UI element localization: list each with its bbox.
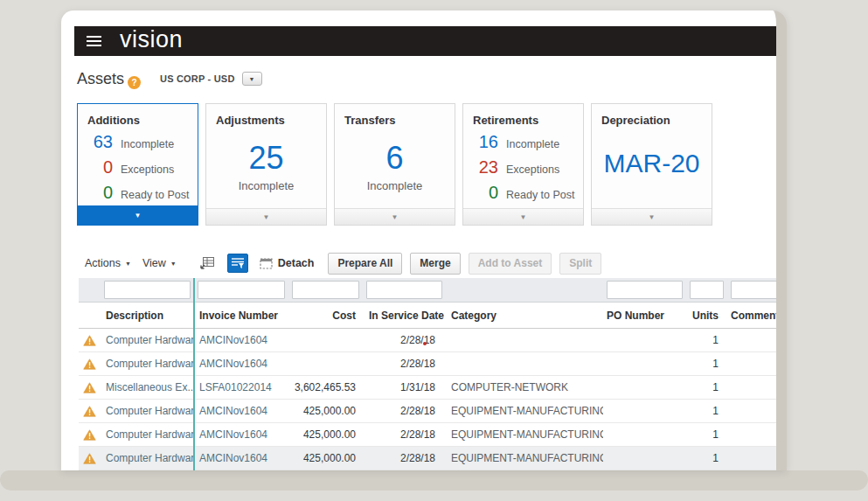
- freeze-columns-icon[interactable]: [199, 256, 215, 270]
- card-title: Transfers: [344, 114, 396, 127]
- cell-cost: 425,000.00: [288, 452, 363, 464]
- cell-in-service-date: 2/28/18: [363, 405, 446, 417]
- table-row[interactable]: Computer Hardware AMCINov1604 2/28/18 1: [79, 352, 787, 376]
- card-depreciation[interactable]: Depreciation MAR-20: [591, 103, 712, 226]
- merge-button[interactable]: Merge: [410, 253, 460, 275]
- card-title: Additions: [87, 114, 140, 127]
- column-header-po-number[interactable]: PO Number: [603, 310, 686, 322]
- table-row[interactable]: Miscellaneous Ex... LSFA01022014 3,602,4…: [79, 376, 787, 400]
- stat-value: 16: [463, 132, 498, 152]
- warning-icon: [83, 382, 96, 393]
- cell-description[interactable]: Computer Hardware: [101, 334, 194, 346]
- stat-value: 63: [78, 132, 113, 152]
- card-retirements[interactable]: Retirements 16 Incomplete 23 Exceptions …: [462, 103, 584, 226]
- cell-description[interactable]: Computer Hardware: [101, 358, 194, 370]
- stat-value: 0: [463, 183, 498, 203]
- stat-label: Incomplete: [506, 138, 559, 150]
- business-unit-dropdown[interactable]: [242, 72, 262, 86]
- filter-input-po-number[interactable]: [607, 281, 683, 299]
- card-big-value: 6: [335, 141, 455, 176]
- split-button: Split: [559, 253, 601, 275]
- column-header-units[interactable]: Units: [686, 310, 727, 322]
- app-logo-vision: vision: [120, 28, 183, 52]
- table-row[interactable]: Computer Hardware AMCINov1604 2/28/18 1: [79, 329, 787, 352]
- stat-exceptions: 23 Exceptions: [463, 157, 583, 183]
- cell-description[interactable]: Computer Hardware: [101, 405, 194, 417]
- stat-ready-to-post: 0 Ready to Post: [78, 183, 198, 208]
- stat-exceptions: 0 Exceptions: [78, 157, 198, 183]
- cell-invoice-number: LSFA01022014: [194, 381, 288, 393]
- cell-in-service-date: 2/28/18: [363, 428, 446, 441]
- cell-units: 1: [686, 334, 727, 346]
- view-menu-label: View: [142, 257, 166, 269]
- cell-units: 1: [686, 452, 727, 464]
- assets-table: Description Invoice Number Cost In Servi…: [79, 278, 787, 470]
- cell-description[interactable]: Computer Hardware: [101, 452, 194, 464]
- card-transfers[interactable]: Transfers 6 Incomplete: [334, 103, 455, 226]
- card-title: Depreciation: [601, 114, 670, 127]
- prepare-all-button[interactable]: Prepare All: [328, 253, 402, 275]
- card-adjustments[interactable]: Adjustments 25 Incomplete: [205, 103, 327, 226]
- card-expand-arrow[interactable]: [592, 208, 712, 225]
- laptop-screen: vision Assets US CORP - USD Additions 63…: [61, 10, 787, 470]
- infotile-cards-row: Additions 63 Incomplete 0 Exceptions 0 R…: [77, 103, 712, 226]
- table-toolbar: Actions View: [79, 250, 787, 276]
- cell-description[interactable]: Miscellaneous Ex...: [101, 381, 194, 393]
- cell-invoice-number: AMCINov1604: [194, 334, 288, 346]
- card-expand-arrow[interactable]: [206, 208, 326, 225]
- detach-label: Detach: [278, 257, 315, 269]
- query-by-example-filter-icon[interactable]: [227, 254, 248, 273]
- cell-category: COMPUTER-NETWORK: [446, 381, 603, 393]
- help-icon[interactable]: [128, 76, 141, 89]
- cell-category: EQUIPMENT-MANUFACTURING: [446, 452, 603, 464]
- card-big-value: MAR-20: [592, 141, 712, 186]
- cell-units: 1: [686, 428, 727, 441]
- card-expand-arrow[interactable]: [78, 205, 198, 225]
- stat-label: Ready to Post: [121, 189, 190, 201]
- filter-input-units[interactable]: [690, 281, 724, 299]
- column-header-in-service-date[interactable]: In Service Date: [363, 310, 446, 322]
- hamburger-menu-icon[interactable]: [87, 33, 101, 49]
- stat-ready-to-post: 0 Ready to Post: [463, 183, 583, 208]
- column-header-invoice-number[interactable]: Invoice Number: [194, 310, 288, 322]
- actions-menu-label: Actions: [85, 257, 121, 269]
- actions-menu[interactable]: Actions: [85, 257, 131, 269]
- cell-category: EQUIPMENT-MANUFACTURING: [446, 405, 603, 417]
- card-big-label: Incomplete: [335, 179, 455, 192]
- column-header-cost[interactable]: Cost: [288, 310, 363, 322]
- table-row[interactable]: Computer Hardware AMCINov1604 425,000.00…: [79, 400, 787, 423]
- cell-in-service-date: 1/31/18: [363, 381, 446, 393]
- warning-icon: [83, 429, 96, 441]
- table-row-selected[interactable]: Computer Hardware AMCINov1604 425,000.00…: [79, 447, 787, 470]
- cell-category: EQUIPMENT-MANUFACTURING: [446, 428, 603, 441]
- stat-value: 0: [78, 157, 113, 177]
- cell-description[interactable]: Computer Hardware: [101, 428, 194, 441]
- column-header-comments[interactable]: Comments: [727, 310, 787, 322]
- table-row[interactable]: Computer Hardware AMCINov1604 425,000.00…: [79, 423, 787, 447]
- stat-incomplete: 16 Incomplete: [463, 132, 583, 157]
- stat-label: Incomplete: [121, 138, 174, 150]
- view-menu[interactable]: View: [142, 257, 177, 269]
- column-header-category[interactable]: Category: [446, 310, 603, 322]
- filter-input-comments[interactable]: [731, 281, 785, 299]
- cell-cost: 425,000.00: [288, 405, 363, 417]
- filter-input-cost[interactable]: [292, 281, 359, 299]
- cell-invoice-number: AMCINov1604: [194, 358, 288, 370]
- filter-input-in-service-date[interactable]: [366, 281, 442, 299]
- card-additions[interactable]: Additions 63 Incomplete 0 Exceptions 0 R…: [77, 103, 198, 226]
- stat-label: Ready to Post: [506, 189, 575, 201]
- page-title: Assets: [77, 70, 124, 88]
- card-expand-arrow[interactable]: [463, 208, 583, 225]
- detach-button[interactable]: Detach: [260, 257, 315, 269]
- stat-label: Exceptions: [506, 164, 559, 176]
- filter-input-description[interactable]: [104, 281, 191, 299]
- filter-input-invoice-number[interactable]: [198, 281, 285, 299]
- laptop-base: [0, 470, 868, 491]
- stat-incomplete: 63 Incomplete: [78, 132, 198, 157]
- column-header-description[interactable]: Description: [101, 310, 194, 322]
- cell-invoice-number: AMCINov1604: [194, 452, 288, 464]
- cell-invoice-number: AMCINov1604: [194, 428, 288, 441]
- stat-value: 0: [78, 183, 113, 203]
- card-expand-arrow[interactable]: [335, 208, 455, 225]
- frozen-column-divider[interactable]: [193, 278, 195, 470]
